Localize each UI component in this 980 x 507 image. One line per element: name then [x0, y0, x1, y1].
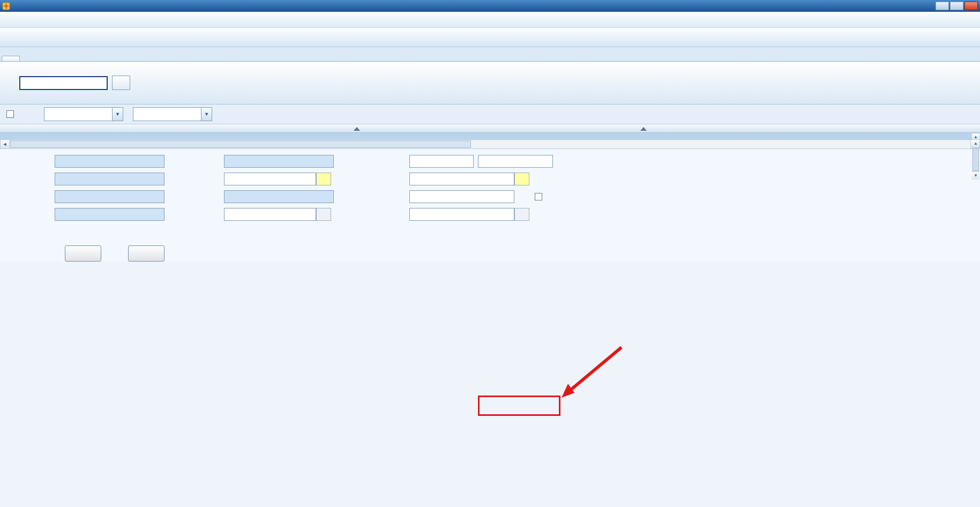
- drug-name-field[interactable]: [55, 155, 164, 168]
- batch-no-field[interactable]: [409, 190, 514, 203]
- app-window: ▼ ▼ ▲ ▼ ▲ ▼ ◄ ►: [0, 0, 980, 262]
- date-to-value: [133, 108, 201, 121]
- hospital-stock-field[interactable]: [224, 190, 334, 203]
- scroll-down-icon[interactable]: ▼: [972, 172, 979, 180]
- drug-code-field[interactable]: [55, 173, 164, 185]
- scroll-track[interactable]: [472, 140, 970, 148]
- items-vertical-scrollbar[interactable]: ▲ ▼: [971, 139, 980, 140]
- locate-input[interactable]: [19, 76, 108, 90]
- count-qty-unit: [316, 208, 331, 221]
- stock-qty-field[interactable]: [55, 190, 164, 203]
- menu-bar: [0, 12, 980, 28]
- remainder-field[interactable]: [409, 208, 514, 221]
- scroll-thumb[interactable]: [10, 140, 471, 148]
- annotation-arrow: [547, 338, 638, 408]
- detail-form: [0, 149, 980, 262]
- scroll-left-icon[interactable]: ◄: [1, 140, 10, 148]
- footer-buttons: [65, 245, 980, 262]
- app-icon: [2, 2, 10, 10]
- date-from-picker[interactable]: ▼: [44, 107, 123, 121]
- tab-outbound-entry[interactable]: [2, 56, 20, 61]
- order-date-checkbox[interactable]: [6, 110, 14, 118]
- count-qty-field[interactable]: [224, 208, 316, 221]
- delete-button[interactable]: [128, 245, 164, 262]
- locate-button[interactable]: [112, 76, 130, 90]
- date-filter-row: ▼ ▼: [0, 105, 980, 124]
- orders-vertical-scrollbar[interactable]: ▲ ▼: [971, 133, 980, 134]
- outbound-qty-field[interactable]: [55, 208, 164, 221]
- scroll-up-icon[interactable]: ▲: [972, 140, 979, 148]
- date-to-dropdown-icon[interactable]: ▼: [201, 108, 212, 121]
- splitter-collapse-icon: [640, 127, 647, 131]
- drug-spec-field[interactable]: [224, 155, 334, 168]
- pack-spec-field[interactable]: [409, 155, 474, 168]
- remainder-unit: [514, 208, 529, 221]
- minimize-button[interactable]: [936, 2, 949, 10]
- horizontal-scrollbar[interactable]: ◄ ►: [0, 139, 980, 149]
- purchase-price-unit: [316, 173, 331, 185]
- action-toolbar: [0, 62, 980, 105]
- splitter-bar[interactable]: [0, 124, 980, 133]
- date-from-value: [44, 108, 112, 121]
- retail-price-unit: [514, 173, 529, 185]
- dosage-form-combo[interactable]: [478, 155, 553, 168]
- gmp-checkbox[interactable]: [535, 193, 542, 200]
- purchase-price-field[interactable]: [224, 173, 316, 185]
- scroll-thumb[interactable]: [972, 148, 979, 171]
- close-button[interactable]: [964, 2, 978, 10]
- retail-price-field[interactable]: [409, 173, 514, 185]
- tab-strip: [0, 47, 980, 62]
- add-button[interactable]: [65, 245, 101, 262]
- section-gap: [0, 133, 980, 139]
- main-toolbar: [0, 28, 980, 47]
- date-from-dropdown-icon[interactable]: ▼: [112, 108, 123, 121]
- date-to-picker[interactable]: ▼: [133, 107, 212, 121]
- title-bar: [0, 0, 980, 12]
- maximize-button[interactable]: [950, 2, 963, 10]
- splitter-collapse-icon: [354, 127, 360, 131]
